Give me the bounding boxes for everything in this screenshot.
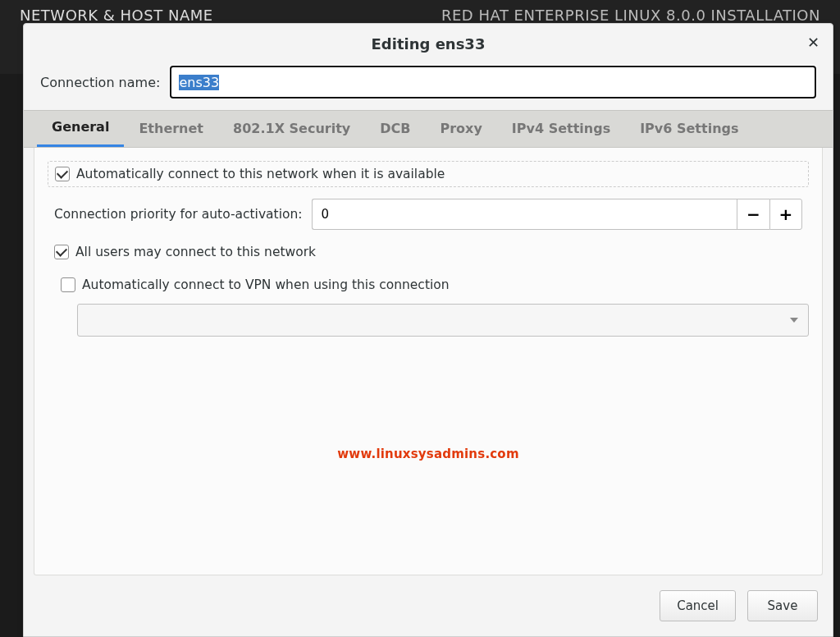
tab-proxy[interactable]: Proxy <box>425 109 496 147</box>
tab-ipv4-settings[interactable]: IPv4 Settings <box>497 109 625 147</box>
tabs-bar: General Ethernet 802.1X Security DCB Pro… <box>24 110 833 148</box>
priority-increment-button[interactable]: + <box>769 199 802 230</box>
tab-8021x-security[interactable]: 802.1X Security <box>218 109 365 147</box>
tab-ipv6-settings[interactable]: IPv6 Settings <box>625 109 753 147</box>
checkbox-all-users[interactable] <box>54 245 69 259</box>
priority-spinbox: − + <box>312 199 802 230</box>
checkbox-auto-vpn[interactable] <box>61 277 75 292</box>
edit-connection-dialog: Editing ens33 ✕ Connection name: General… <box>23 23 833 637</box>
checkbox-auto-connect[interactable] <box>55 167 70 181</box>
label-all-users: All users may connect to this network <box>75 245 316 259</box>
save-button[interactable]: Save <box>747 590 818 621</box>
tab-ethernet[interactable]: Ethernet <box>124 109 218 147</box>
row-connection-priority: Connection priority for auto-activation:… <box>48 199 809 230</box>
connection-name-input[interactable] <box>170 66 816 99</box>
label-auto-connect: Automatically connect to this network wh… <box>76 167 445 181</box>
tab-general[interactable]: General <box>37 109 124 147</box>
row-all-users[interactable]: All users may connect to this network <box>48 241 809 263</box>
tab-content-general: Automatically connect to this network wh… <box>34 148 823 575</box>
connection-name-label: Connection name: <box>40 75 160 90</box>
priority-input[interactable] <box>312 199 737 230</box>
tab-dcb[interactable]: DCB <box>365 109 425 147</box>
row-auto-vpn[interactable]: Automatically connect to VPN when using … <box>54 274 809 296</box>
cancel-button[interactable]: Cancel <box>660 590 736 621</box>
dialog-title: Editing ens33 <box>372 35 486 53</box>
close-icon[interactable]: ✕ <box>807 34 819 51</box>
priority-decrement-button[interactable]: − <box>737 199 769 230</box>
label-connection-priority: Connection priority for auto-activation: <box>54 207 302 222</box>
chevron-down-icon <box>790 318 798 323</box>
watermark-text: www.linuxsysadmins.com <box>48 447 809 461</box>
vpn-dropdown[interactable] <box>77 304 809 337</box>
connection-name-row: Connection name: <box>24 59 833 110</box>
dialog-titlebar: Editing ens33 ✕ <box>24 24 833 59</box>
label-auto-vpn: Automatically connect to VPN when using … <box>82 277 450 292</box>
dialog-footer: Cancel Save <box>24 575 833 636</box>
row-auto-vpn-block: Automatically connect to VPN when using … <box>48 274 809 337</box>
row-auto-connect[interactable]: Automatically connect to this network wh… <box>48 161 809 187</box>
